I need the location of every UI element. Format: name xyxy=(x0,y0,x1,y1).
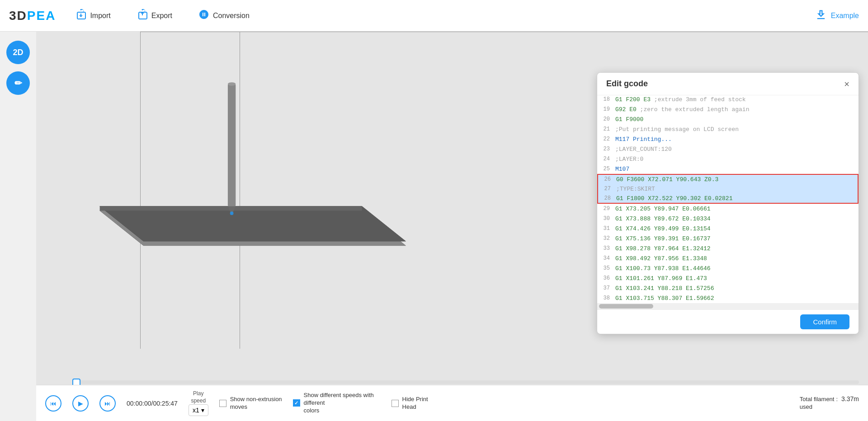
line-code-text: G1 F1800 X72.522 Y90.302 E0.02821 xyxy=(616,195,732,202)
3d-scene-svg xyxy=(36,32,443,294)
confirm-button[interactable]: Confirm xyxy=(800,314,849,329)
line-number: 19 xyxy=(597,106,615,112)
gcode-line[interactable]: 22M117 Printing... xyxy=(597,134,859,144)
conversion-button[interactable]: Conversion xyxy=(192,6,256,25)
logo: 3DPEA xyxy=(9,9,56,23)
edit-button[interactable]: ✏ xyxy=(6,71,30,95)
gcode-line[interactable]: 35G1 X100.73 Y87.938 E1.44646 xyxy=(597,263,859,273)
gcode-line[interactable]: 38G1 X103.715 Y88.307 E1.59662 xyxy=(597,293,859,303)
play-button[interactable]: ▶ xyxy=(72,395,89,412)
line-code-text: G1 F9000 xyxy=(615,116,643,123)
gcode-line[interactable]: 18G1 F200 E3 ;extrude 3mm of feed stock xyxy=(597,95,859,104)
hide-print-head-checkbox[interactable] xyxy=(392,400,399,407)
show-speeds-checkbox[interactable]: ✓ xyxy=(293,399,300,407)
example-button[interactable]: Example xyxy=(815,9,859,23)
dialog-close-button[interactable]: × xyxy=(844,80,849,89)
hide-print-head-label: Hide PrintHead xyxy=(402,396,428,411)
line-number: 32 xyxy=(597,235,615,242)
show-non-extrusion-label: Show non-extrusionmoves xyxy=(230,396,282,411)
line-code-text: ;TYPE:SKIRT xyxy=(616,186,655,192)
line-code-text: G1 X98.278 Y87.964 E1.32412 xyxy=(615,245,711,252)
line-number: 34 xyxy=(597,255,615,262)
play-speed-label: Playspeed xyxy=(191,390,206,404)
line-number: 27 xyxy=(598,186,616,192)
show-speeds-group: ✓ Show different speeds with differentco… xyxy=(293,392,381,415)
horizontal-scrollbar-thumb[interactable] xyxy=(599,304,653,309)
gcode-line[interactable]: 32G1 X75.136 Y89.391 E0.16737 xyxy=(597,234,859,243)
export-label: Export xyxy=(151,12,172,20)
conversion-icon xyxy=(198,9,209,23)
time-value: 00:00:00/00:25:47 xyxy=(127,400,178,407)
line-number: 35 xyxy=(597,265,615,271)
line-number: 28 xyxy=(598,195,616,201)
line-code-text: G1 X100.73 Y87.938 E1.44646 xyxy=(615,265,711,272)
svg-point-7 xyxy=(230,211,234,215)
line-code-text: G92 E0 ;zero the extruded length again xyxy=(615,106,749,113)
speed-chevron-icon: ▾ xyxy=(201,407,204,414)
gcode-line[interactable]: 19G92 E0 ;zero the extruded length again xyxy=(597,104,859,114)
gcode-content: 14G28 X0 Y0 ;move X/Y to min endstops15G… xyxy=(597,95,859,309)
show-speeds-label: Show different speeds with differentcolo… xyxy=(304,392,381,415)
line-code-text: ;LAYER_COUNT:120 xyxy=(615,146,672,153)
import-label: Import xyxy=(90,12,110,20)
2d-button[interactable]: 2D xyxy=(6,41,30,64)
3d-viewport[interactable]: Edit gcode × 14G28 X0 Y0 ;move X/Y to mi… xyxy=(36,32,868,421)
header: 3DPEA Import Export Conversion Example xyxy=(0,0,868,32)
gcode-line[interactable]: 37G1 X103.241 Y88.218 E1.57256 xyxy=(597,283,859,293)
example-label: Example xyxy=(831,12,859,20)
example-icon xyxy=(815,9,827,23)
gcode-line[interactable]: 20G1 F9000 xyxy=(597,114,859,124)
gcode-scroll-area[interactable]: 14G28 X0 Y0 ;move X/Y to min endstops15G… xyxy=(597,95,859,303)
svg-point-5 xyxy=(228,82,236,86)
line-number: 36 xyxy=(597,275,615,281)
line-code-text: G1 X101.261 Y87.969 E1.473 xyxy=(615,275,707,282)
gcode-line[interactable]: 28G1 F1800 X72.522 Y90.302 E0.02821 xyxy=(597,194,859,204)
line-code-text: G1 X73.888 Y89.672 E0.10334 xyxy=(615,215,711,222)
line-code-text: ;Put printing message on LCD screen xyxy=(615,126,739,133)
import-button[interactable]: Import xyxy=(69,6,117,25)
line-number: 33 xyxy=(597,245,615,252)
gcode-line[interactable]: 30G1 X73.888 Y89.672 E0.10334 xyxy=(597,214,859,224)
show-non-extrusion-checkbox[interactable] xyxy=(219,400,226,407)
timeline-track[interactable] xyxy=(72,380,859,384)
gcode-line[interactable]: 23;LAYER_COUNT:120 xyxy=(597,144,859,154)
next-button[interactable]: ⏭ xyxy=(99,395,116,412)
export-icon xyxy=(137,9,148,23)
gcode-line[interactable]: 24;LAYER:0 xyxy=(597,154,859,164)
horizontal-scrollbar[interactable] xyxy=(597,303,859,309)
gcode-dialog: Edit gcode × 14G28 X0 Y0 ;move X/Y to mi… xyxy=(597,72,859,334)
line-code-text: G1 X98.492 Y87.956 E1.3348 xyxy=(615,255,707,262)
gcode-line[interactable]: 33G1 X98.278 Y87.964 E1.32412 xyxy=(597,243,859,253)
edit-icon: ✏ xyxy=(14,78,22,89)
line-code-text: G1 X103.241 Y88.218 E1.57256 xyxy=(615,285,714,292)
line-code-text: ;LAYER:0 xyxy=(615,156,643,163)
line-number: 31 xyxy=(597,225,615,232)
line-number: 26 xyxy=(598,176,616,182)
gcode-line[interactable]: 27;TYPE:SKIRT xyxy=(597,184,859,194)
gcode-line[interactable]: 34G1 X98.492 Y87.956 E1.3348 xyxy=(597,253,859,263)
line-number: 24 xyxy=(597,156,615,162)
gcode-line[interactable]: 29G1 X73.205 Y89.947 E0.06661 xyxy=(597,204,859,214)
svg-marker-2 xyxy=(100,206,406,241)
controls-bar: ⏮ ▶ ⏭ 00:00:00/00:25:47 Playspeed x1 ▾ S… xyxy=(36,385,868,421)
gcode-line[interactable]: 21;Put printing message on LCD screen xyxy=(597,124,859,134)
dialog-header: Edit gcode × xyxy=(597,73,859,95)
line-number: 38 xyxy=(597,295,615,301)
sidebar: 2D ✏ xyxy=(0,32,36,421)
line-number: 37 xyxy=(597,285,615,291)
line-code-text: M117 Printing... xyxy=(615,136,672,143)
prev-button[interactable]: ⏮ xyxy=(45,395,61,412)
gcode-line[interactable]: 26G0 F3600 X72.071 Y90.643 Z0.3 xyxy=(597,174,859,184)
line-number: 21 xyxy=(597,126,615,132)
speed-select[interactable]: x1 ▾ xyxy=(189,404,208,416)
dialog-title: Edit gcode xyxy=(606,79,648,89)
conversion-label: Conversion xyxy=(213,12,250,20)
export-button[interactable]: Export xyxy=(131,6,179,25)
line-number: 18 xyxy=(597,96,615,103)
play-speed-group: Playspeed x1 ▾ xyxy=(189,390,208,416)
gcode-line[interactable]: 31G1 X74.426 Y89.499 E0.13154 xyxy=(597,224,859,234)
line-number: 22 xyxy=(597,136,615,142)
filament-value: 3.37m xyxy=(841,395,859,402)
gcode-line[interactable]: 36G1 X101.261 Y87.969 E1.473 xyxy=(597,273,859,283)
gcode-line[interactable]: 25M107 xyxy=(597,164,859,174)
